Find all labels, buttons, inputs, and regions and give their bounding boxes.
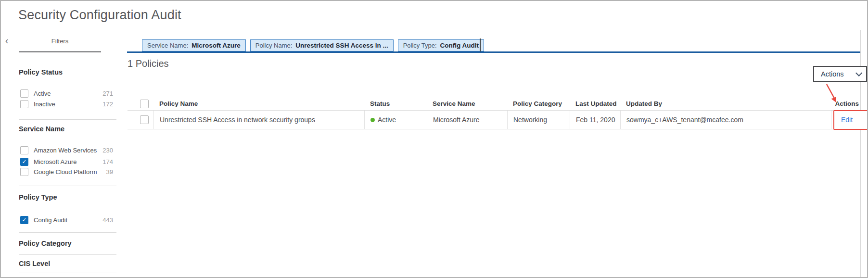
filter-item-label[interactable]: Google Cloud Platform xyxy=(34,168,97,176)
filter-chip-policy-name[interactable]: Policy Name: Unrestricted SSH Access in … xyxy=(250,39,394,51)
applied-filters-bar: Service Name: Microsoft Azure Policy Nam… xyxy=(142,39,484,51)
chip-value: Microsoft Azure xyxy=(191,42,241,49)
checkbox-amazon-web-services[interactable]: ✓ xyxy=(20,146,28,154)
checkbox-active[interactable]: ✓ xyxy=(20,89,28,98)
filter-item-label[interactable]: Config Audit xyxy=(34,216,67,224)
filter-chip-policy-type[interactable]: Policy Type: Config Audit xyxy=(398,39,484,51)
sidebar-collapse-chevron-left-icon[interactable]: ‹ xyxy=(3,35,11,46)
header-policy-category[interactable]: Policy Category xyxy=(507,97,570,110)
filter-item-google-cloud-platform[interactable]: ✓ Google Cloud Platform 39 xyxy=(20,167,113,177)
cell-service-name: Microsoft Azure xyxy=(427,111,507,129)
checkbox-config-audit[interactable]: ✓ xyxy=(20,216,28,224)
filter-section-policy-category[interactable]: Policy Category xyxy=(19,240,113,247)
filter-chip-service-name[interactable]: Service Name: Microsoft Azure xyxy=(142,39,246,51)
filter-section-cis-level[interactable]: CIS Level xyxy=(19,260,113,267)
header-last-updated-label: Last Updated xyxy=(575,100,617,107)
chip-value: Unrestricted SSH Access in ... xyxy=(295,42,388,49)
checkbox-microsoft-azure[interactable]: ✓ xyxy=(20,158,28,166)
filter-input-text-cursor[interactable] xyxy=(480,38,481,52)
check-icon: ✓ xyxy=(22,217,26,223)
edit-link[interactable]: Edit xyxy=(841,116,853,124)
filter-item-count: 172 xyxy=(102,101,113,108)
cell-actions: Edit xyxy=(831,111,861,129)
status-active-dot-icon xyxy=(370,118,375,122)
table-header-row: ✓ Policy Name Status Service Name Policy… xyxy=(128,97,861,111)
section-divider xyxy=(19,273,116,273)
filter-item-count: 443 xyxy=(102,216,113,224)
check-icon: ✓ xyxy=(22,159,26,164)
checkbox-google-cloud-platform[interactable]: ✓ xyxy=(20,168,28,176)
filter-item-inactive[interactable]: ✓ Inactive 172 xyxy=(20,99,113,109)
filters-underline xyxy=(19,51,101,52)
filter-item-count: 39 xyxy=(106,168,113,176)
select-all-checkbox[interactable]: ✓ xyxy=(140,100,149,108)
filter-item-microsoft-azure[interactable]: ✓ Microsoft Azure 174 xyxy=(20,157,113,166)
filter-item-amazon-web-services[interactable]: ✓ Amazon Web Services 230 xyxy=(20,145,113,155)
page-title: Security Configuration Audit xyxy=(18,8,181,23)
filter-item-active[interactable]: ✓ Active 271 xyxy=(20,88,113,98)
cell-status: Active xyxy=(364,111,427,129)
chip-label: Service Name: xyxy=(147,42,188,49)
header-service-name[interactable]: Service Name xyxy=(427,97,507,110)
filter-item-label[interactable]: Microsoft Azure xyxy=(34,158,77,165)
cell-policy-category: Networking xyxy=(507,111,570,129)
table-row[interactable]: ✓ Unrestricted SSH Access in network sec… xyxy=(128,111,861,129)
filter-item-label[interactable]: Inactive xyxy=(34,101,55,108)
filter-item-count: 271 xyxy=(102,90,113,97)
filter-item-count: 174 xyxy=(102,158,113,165)
header-policy-name[interactable]: Policy Name xyxy=(153,97,364,110)
header-updated-by[interactable]: Updated By xyxy=(620,97,831,110)
security-configuration-audit-page: Security Configuration Audit ‹ Filters P… xyxy=(0,0,868,278)
cell-policy-name[interactable]: Unrestricted SSH Access in network secur… xyxy=(153,111,364,129)
header-last-updated[interactable]: Last Updated ↓ xyxy=(570,97,620,110)
filter-bar-underline xyxy=(127,51,861,53)
chevron-down-icon xyxy=(855,69,862,76)
chip-label: Policy Name: xyxy=(255,42,293,49)
header-select-all-cell: ✓ xyxy=(128,97,153,110)
actions-button-label: Actions xyxy=(821,70,844,78)
section-divider xyxy=(19,254,116,255)
header-actions: Actions xyxy=(831,97,861,110)
status-label: Active xyxy=(378,116,396,124)
section-divider xyxy=(19,186,116,186)
row-checkbox[interactable]: ✓ xyxy=(140,115,149,124)
chip-value: Config Audit xyxy=(440,42,479,49)
filter-section-policy-status: Policy Status xyxy=(19,68,113,76)
filter-item-count: 230 xyxy=(102,147,113,154)
filter-section-policy-type: Policy Type xyxy=(19,193,113,201)
cell-updated-by: sowmya_c+AWS_tenant@mcafee.com xyxy=(620,111,831,129)
section-divider xyxy=(19,119,116,120)
filters-panel-title: Filters xyxy=(19,38,101,45)
filter-item-label[interactable]: Amazon Web Services xyxy=(34,147,97,154)
row-select-cell: ✓ xyxy=(128,111,153,129)
actions-dropdown-button[interactable]: Actions xyxy=(813,66,867,82)
filter-item-config-audit[interactable]: ✓ Config Audit 443 xyxy=(20,215,113,225)
filter-item-label[interactable]: Active xyxy=(34,90,51,97)
checkbox-inactive[interactable]: ✓ xyxy=(20,100,28,108)
chip-label: Policy Type: xyxy=(403,42,437,49)
section-divider xyxy=(19,232,116,233)
header-status[interactable]: Status xyxy=(364,97,427,110)
cell-last-updated: Feb 11, 2020 xyxy=(570,111,620,129)
results-count: 1 Policies xyxy=(128,58,169,69)
filter-section-service-name: Service Name xyxy=(19,125,113,133)
